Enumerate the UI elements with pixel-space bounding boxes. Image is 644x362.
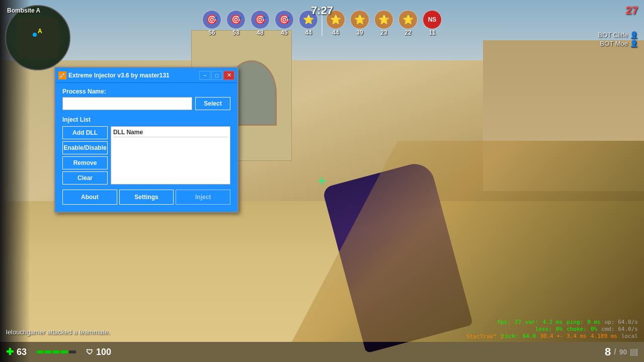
maximize-button[interactable]: □ — [211, 71, 222, 80]
minimize-button[interactable]: − — [199, 71, 210, 80]
title-left: 💉 Extreme Injector v3.6 by master131 — [58, 71, 170, 79]
remove-button[interactable]: Remove — [62, 156, 108, 169]
inject-list-label: Inject List — [62, 116, 230, 123]
settings-button[interactable]: Settings — [119, 190, 174, 205]
vignette-left — [0, 0, 30, 362]
window-body: Process Name: Select Inject List Add DLL… — [55, 83, 237, 212]
window-title: Extreme Injector v3.6 by master131 — [68, 72, 170, 79]
window-app-icon: 💉 — [58, 71, 66, 79]
dll-list-box: DLL Name — [111, 126, 230, 185]
inject-list-area: Add DLL Enable/Disable Remove Clear DLL … — [62, 126, 230, 185]
select-button[interactable]: Select — [195, 97, 230, 110]
add-dll-button[interactable]: Add DLL — [62, 126, 108, 139]
process-row: Select — [62, 97, 230, 110]
dll-name-header: DLL Name — [113, 129, 228, 137]
window-controls: − □ ✕ — [199, 71, 234, 80]
process-input[interactable] — [62, 97, 192, 110]
close-button[interactable]: ✕ — [223, 71, 234, 80]
inject-button[interactable]: Inject — [176, 190, 230, 205]
inject-buttons-panel: Add DLL Enable/Disable Remove Clear — [62, 126, 108, 185]
process-label: Process Name: — [62, 88, 230, 95]
clear-button[interactable]: Clear — [62, 171, 108, 185]
window-footer: About Settings Inject — [62, 190, 230, 207]
injector-window: 💉 Extreme Injector v3.6 by master131 − □… — [54, 67, 238, 213]
about-button[interactable]: About — [62, 190, 117, 205]
window-titlebar: 💉 Extreme Injector v3.6 by master131 − □… — [55, 68, 237, 83]
enable-disable-button[interactable]: Enable/Disable — [62, 141, 108, 154]
